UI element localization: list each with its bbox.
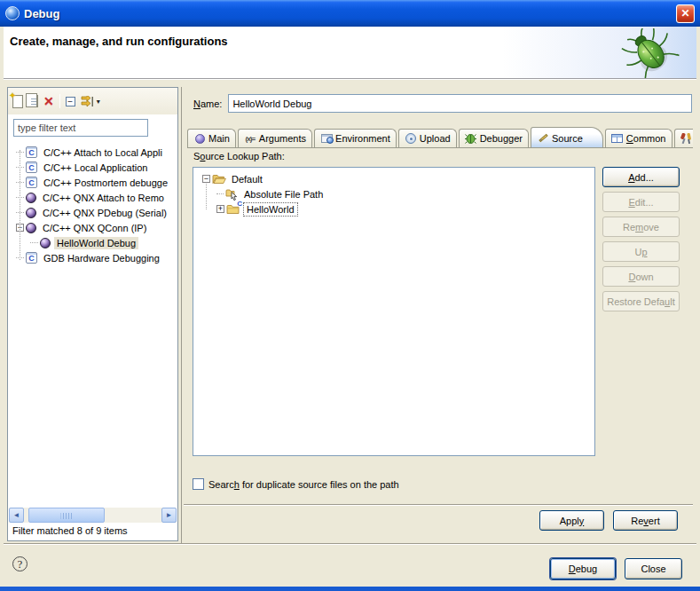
- down-button[interactable]: Down: [602, 266, 680, 287]
- main-tab-icon: [193, 133, 206, 145]
- source-lookup-list[interactable]: − Default Absolute File Path +: [193, 167, 595, 456]
- footer-bar: ? Debug Close: [4, 545, 696, 587]
- config-tree: C C/C++ Attach to Local Appli C C/C++ Lo…: [8, 139, 177, 508]
- header-title: Create, manage, and run configurations: [10, 35, 228, 48]
- c-application-icon: C: [26, 177, 37, 188]
- search-duplicates-checkbox[interactable]: [193, 478, 204, 490]
- environment-tab-icon: [320, 133, 333, 145]
- close-icon[interactable]: ✕: [676, 4, 695, 23]
- delete-configuration-button[interactable]: ✕: [43, 92, 54, 110]
- edit-button[interactable]: Edit...: [602, 192, 680, 212]
- source-tree-item[interactable]: Absolute File Path: [202, 186, 594, 201]
- tab-upload[interactable]: Upload: [398, 129, 457, 147]
- revert-button[interactable]: Revert: [613, 510, 678, 531]
- filter-row: [13, 119, 172, 137]
- restore-default-button[interactable]: Restore Default: [602, 291, 680, 311]
- bug-image: [615, 28, 684, 78]
- filter-status: Filter matched 8 of 9 items: [8, 523, 177, 540]
- tab-debugger[interactable]: Debugger: [459, 129, 529, 147]
- title-bar[interactable]: Debug ✕: [0, 0, 700, 27]
- filter-icon: [81, 96, 95, 107]
- c-overlay-icon: C: [237, 200, 242, 208]
- configurations-panel: ✦ ✕ − ▾ C C/C++ A: [7, 87, 178, 541]
- tab-source[interactable]: Source: [531, 127, 603, 148]
- button-bar-separator: [184, 504, 693, 506]
- config-tree-item-selected[interactable]: HelloWorld Debug: [8, 235, 177, 250]
- duplicate-configuration-button[interactable]: [28, 92, 38, 110]
- scroll-left-icon[interactable]: ◄: [9, 508, 24, 523]
- qnx-config-icon: [40, 238, 51, 248]
- expand-expander-icon[interactable]: +: [216, 205, 224, 213]
- c-application-icon: C: [26, 146, 37, 158]
- remove-button[interactable]: Remove: [602, 217, 680, 237]
- new-configuration-button[interactable]: ✦: [12, 92, 23, 110]
- tab-arguments[interactable]: (x)= Arguments: [238, 129, 312, 147]
- debug-dialog: Debug ✕ Create, manage, and run configur…: [0, 0, 700, 591]
- filter-input[interactable]: [13, 119, 148, 137]
- collapse-all-button[interactable]: −: [66, 92, 75, 110]
- scroll-right-icon[interactable]: ►: [161, 508, 177, 523]
- config-tree-item[interactable]: C/C++ QNX Attach to Remo: [8, 190, 177, 205]
- arguments-tab-icon: (x)=: [244, 133, 256, 145]
- config-tree-item[interactable]: C/C++ QNX PDebug (Serial): [8, 205, 177, 220]
- duplicate-search-row: Search for duplicate source files on the…: [193, 478, 399, 490]
- qnx-config-icon: [26, 223, 36, 233]
- source-tree-item-focused[interactable]: + C HelloWorld: [202, 201, 594, 217]
- common-tab-icon: [611, 133, 624, 145]
- config-tree-item[interactable]: C C/C++ Attach to Local Appli: [8, 145, 177, 160]
- panel-divider: [181, 87, 182, 543]
- name-input[interactable]: [228, 94, 692, 113]
- tab-environment[interactable]: Environment: [314, 129, 397, 147]
- window-title: Debug: [24, 7, 676, 20]
- add-button[interactable]: Add...: [602, 167, 680, 187]
- open-folder-icon: [212, 173, 226, 185]
- app-icon: [5, 6, 20, 20]
- tab-common[interactable]: Common: [605, 129, 672, 147]
- absolute-file-path-icon: [225, 188, 239, 201]
- up-button[interactable]: Up: [602, 241, 680, 262]
- collapse-expander-icon[interactable]: −: [202, 175, 210, 183]
- apply-button[interactable]: Apply: [539, 510, 604, 531]
- configuration-detail-panel: Name: Main (x)= Arguments Environment Up…: [184, 87, 693, 543]
- close-button[interactable]: Close: [625, 558, 682, 579]
- filter-launch-configurations-button[interactable]: ▾: [81, 92, 100, 110]
- debugger-tab-icon: [465, 133, 477, 145]
- toolbar-separator: [59, 94, 60, 108]
- header-separator: [4, 78, 696, 80]
- help-icon[interactable]: ?: [12, 556, 28, 571]
- qnx-config-icon: [26, 208, 36, 218]
- new-star-icon: ✦: [9, 91, 16, 100]
- config-tree-item[interactable]: C C/C++ Postmortem debugge: [8, 175, 177, 190]
- lookup-buttons: Add... Edit... Remove Up Down Restore De…: [602, 167, 680, 311]
- scrollbar-thumb[interactable]: [28, 508, 105, 523]
- header-banner: Create, manage, and run configurations: [4, 27, 696, 78]
- config-tree-item[interactable]: C C/C++ Local Application: [8, 160, 177, 175]
- window-border: [0, 587, 700, 591]
- collapse-expander-icon[interactable]: −: [16, 224, 24, 232]
- upload-tab-icon: [405, 133, 417, 145]
- qnx-config-icon: [26, 193, 36, 203]
- tab-bar: Main (x)= Arguments Environment Upload D…: [187, 127, 693, 148]
- config-tree-item[interactable]: − C/C++ QNX QConn (IP): [8, 220, 177, 235]
- chevron-down-icon: ▾: [97, 98, 100, 106]
- c-application-icon: C: [26, 162, 37, 173]
- debug-button[interactable]: Debug: [550, 558, 616, 579]
- config-tree-item[interactable]: C GDB Hardware Debugging: [8, 250, 177, 265]
- tab-tools[interactable]: Tools: [674, 129, 694, 147]
- source-lookup-path-label: Source Lookup Path:: [193, 151, 285, 162]
- c-application-icon: C: [26, 252, 37, 264]
- name-row: Name:: [193, 94, 692, 113]
- tools-tab-icon: [680, 133, 693, 145]
- horizontal-scrollbar[interactable]: ◄ ►: [9, 508, 177, 523]
- project-folder-icon: C: [226, 203, 240, 215]
- search-duplicates-label: Search for duplicate source files on the…: [208, 479, 399, 490]
- source-tree-item[interactable]: − Default: [202, 171, 594, 186]
- source-tab-icon: [537, 132, 549, 144]
- tab-main[interactable]: Main: [187, 129, 236, 147]
- config-toolbar: ✦ ✕ − ▾: [8, 88, 177, 114]
- name-label: Name:: [193, 98, 222, 109]
